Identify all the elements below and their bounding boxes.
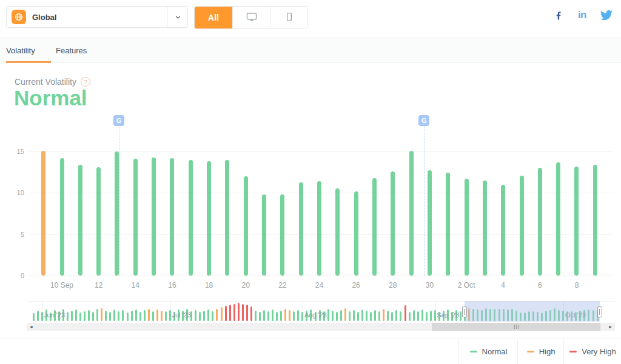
- very-high-dash-icon: [569, 351, 577, 352]
- navigator-bar: [161, 311, 163, 321]
- legend: Normal High Very High: [0, 339, 621, 364]
- navigator-handle-left[interactable]: [462, 306, 467, 317]
- navigator-bar: [139, 312, 141, 321]
- navigator-bar: [152, 311, 154, 321]
- navigator-bar: [148, 309, 150, 321]
- navigator-bar: [289, 310, 290, 321]
- navigator-bar: [361, 309, 363, 321]
- navigator-bar: [122, 310, 124, 321]
- navigator-bar: [67, 312, 69, 321]
- legend-item-normal: Normal: [458, 339, 518, 364]
- navigator-bar: [267, 311, 269, 321]
- timeline-navigator[interactable]: Jun '23Jul '23Aug '23Sep '23Oct '23: [0, 0, 621, 364]
- navigator-bar: [349, 311, 351, 321]
- navigator-bar: [37, 311, 39, 321]
- navigator-bar: [41, 312, 43, 321]
- navigator-bar: [246, 305, 248, 321]
- navigator-bar: [417, 311, 419, 321]
- navigator-bar: [280, 311, 282, 321]
- navigator-bar: [272, 309, 274, 321]
- navigator-bar: [284, 309, 286, 321]
- month-label: Jun '23: [44, 311, 65, 319]
- navigator-bar: [144, 310, 146, 321]
- navigator-bar: [113, 309, 115, 321]
- navigator-bar: [127, 313, 129, 321]
- navigator-bar: [131, 311, 133, 321]
- navigator-bar: [101, 308, 102, 321]
- navigator-bar: [344, 308, 346, 321]
- navigator-bar: [263, 310, 265, 321]
- volatility-sensor-page: Global All: [0, 0, 621, 364]
- navigator-bar: [233, 304, 235, 321]
- navigator-bar: [169, 310, 171, 321]
- navigator-bar: [336, 312, 338, 321]
- legend-label-high: High: [539, 347, 556, 356]
- navigator-bar: [250, 306, 252, 321]
- scrollbar-grip: [514, 325, 515, 329]
- handle-grip-line: [599, 309, 600, 315]
- navigator-bar: [96, 309, 98, 321]
- navigator-bar: [426, 312, 428, 321]
- navigator-bar: [207, 309, 209, 321]
- navigator-bar: [430, 311, 432, 321]
- navigator-bar: [409, 312, 411, 321]
- navigator-bar: [378, 311, 380, 321]
- navigator-bar: [387, 311, 389, 321]
- navigator-bar: [118, 311, 119, 321]
- normal-dash-icon: [470, 351, 477, 352]
- navigator-bar: [84, 311, 86, 321]
- navigator-bar: [203, 311, 205, 321]
- month-label: Sep '23: [437, 311, 459, 319]
- navigator-bar: [221, 307, 223, 321]
- high-dash-icon: [527, 351, 534, 352]
- navigator-bar: [400, 311, 401, 321]
- navigator-bar: [105, 311, 107, 321]
- navigator-bar: [404, 305, 406, 321]
- navigator-bar: [353, 310, 355, 321]
- navigator-bar: [135, 309, 137, 321]
- navigator-bar: [383, 309, 384, 321]
- handle-grip-line: [464, 309, 465, 315]
- legend-item-high: High: [517, 339, 564, 364]
- navigator-bar: [255, 311, 257, 321]
- navigator-bar: [75, 309, 77, 321]
- navigator-bar: [366, 311, 368, 321]
- navigator-bar: [199, 312, 201, 321]
- navigator-bar: [297, 310, 299, 321]
- navigator-bar: [276, 312, 278, 321]
- navigator-bar: [33, 313, 35, 321]
- navigator-bar: [395, 310, 397, 321]
- timeline-scrollbar[interactable]: ◄ ►: [27, 323, 615, 331]
- month-label: Jul '23: [172, 311, 190, 319]
- navigator-bar: [156, 309, 158, 321]
- navigator-bar: [293, 311, 295, 321]
- legend-label-very-high: Very High: [582, 347, 616, 356]
- navigator-bar: [332, 311, 334, 321]
- scrollbar-thumb[interactable]: [432, 323, 600, 331]
- navigator-bar: [225, 306, 227, 321]
- navigator-bar: [212, 311, 213, 321]
- navigator-bar: [301, 312, 303, 321]
- navigator-bar: [109, 312, 111, 321]
- navigator-selection[interactable]: [465, 301, 600, 322]
- navigator-bar: [259, 312, 261, 321]
- scroll-left-arrow-icon[interactable]: ◄: [29, 323, 33, 331]
- navigator-bar: [413, 310, 415, 321]
- navigator-handle-right[interactable]: [597, 306, 602, 317]
- navigator-bar: [195, 310, 196, 321]
- navigator-bar: [327, 309, 329, 321]
- month-label: Aug '23: [304, 311, 327, 319]
- navigator-bar: [434, 310, 436, 321]
- navigator-bar: [357, 312, 359, 321]
- navigator-bar: [229, 305, 231, 321]
- legend-item-very-high: Very High: [563, 339, 621, 364]
- navigator-bar: [340, 310, 342, 321]
- navigator-bar: [238, 303, 240, 321]
- scroll-right-arrow-icon[interactable]: ►: [608, 323, 613, 331]
- navigator-bar: [88, 310, 90, 321]
- navigator-bar: [421, 309, 423, 321]
- legend-label-normal: Normal: [482, 347, 508, 356]
- navigator-bar: [79, 313, 81, 321]
- navigator-bar: [460, 311, 462, 321]
- navigator-bar: [71, 311, 73, 321]
